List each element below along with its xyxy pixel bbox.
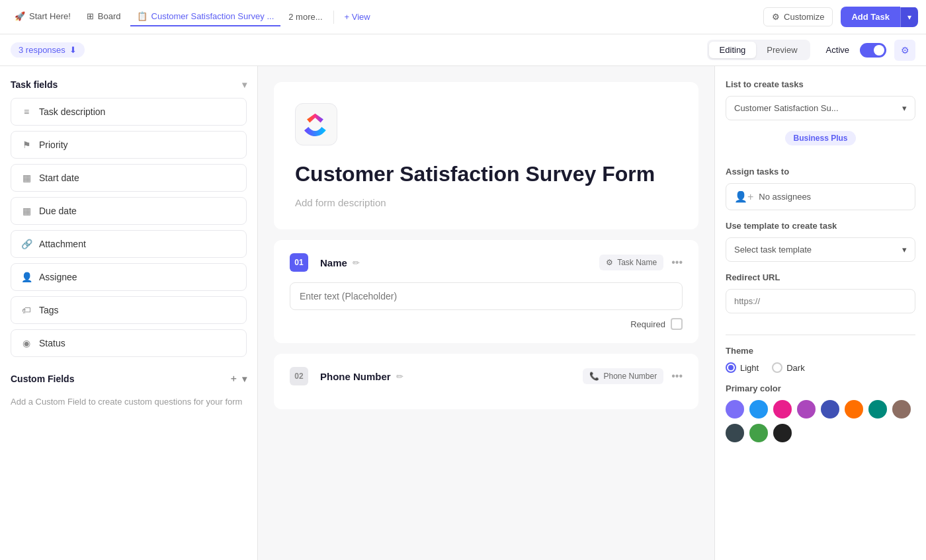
list-select-value: Customer Satisfaction Su... xyxy=(734,103,839,113)
theme-dark-radio[interactable] xyxy=(772,362,782,373)
required-checkbox-name[interactable] xyxy=(671,318,683,330)
field-type-label-name: Task Name xyxy=(617,258,657,267)
attachment-icon: 🔗 xyxy=(21,239,32,249)
template-label: Use template to create task xyxy=(726,221,915,231)
color-swatch-indigo[interactable] xyxy=(821,400,839,419)
right-sidebar: List to create tasks Customer Satisfacti… xyxy=(714,66,926,560)
field-edit-icon-name[interactable]: ✏ xyxy=(353,258,360,268)
preview-toggle[interactable]: Preview xyxy=(756,42,808,58)
field-item-start-date[interactable]: ▦ Start date xyxy=(11,164,247,192)
color-swatch-orange[interactable] xyxy=(845,400,863,419)
field-item-task-description[interactable]: ≡ Task description xyxy=(11,98,247,126)
field-name-row-name: 01 Name ✏ xyxy=(290,253,599,272)
custom-fields-title: Custom Fields xyxy=(11,374,74,384)
field-item-priority[interactable]: ⚑ Priority xyxy=(11,131,247,159)
edit-preview-toggle: Editing Preview xyxy=(707,40,810,60)
field-label-tags: Tags xyxy=(39,305,59,315)
template-select-chevron: ▾ xyxy=(902,245,907,255)
theme-light-radio[interactable] xyxy=(726,362,736,373)
assignee-row[interactable]: 👤+ No assignees xyxy=(726,183,915,210)
field-header-name: 01 Name ✏ ⚙ Task Name ••• xyxy=(290,253,683,272)
color-swatch-black[interactable] xyxy=(773,424,792,442)
field-label-attachment: Attachment xyxy=(39,239,86,249)
theme-row: Light Dark xyxy=(726,362,915,373)
field-item-assignee[interactable]: 👤 Assignee xyxy=(11,263,247,291)
status-icon: ◉ xyxy=(21,338,32,348)
custom-fields-header: Custom Fields ＋ ▾ xyxy=(11,362,247,393)
list-select-dropdown[interactable]: Customer Satisfaction Su... ▾ xyxy=(726,96,915,120)
board-icon: ⊞ xyxy=(87,11,94,21)
form-logo[interactable] xyxy=(295,103,337,145)
add-custom-field-icon[interactable]: ＋ xyxy=(229,373,238,385)
field-type-badge-phone[interactable]: 📞 Phone Number xyxy=(583,368,663,384)
add-task-main-button[interactable]: Add Task xyxy=(841,7,900,27)
nav-tab-survey-label: Customer Satisfaction Survey ... xyxy=(151,11,274,21)
color-swatch-pink[interactable] xyxy=(773,400,792,419)
color-swatch-violet[interactable] xyxy=(797,400,816,419)
collapse-icon[interactable]: ▾ xyxy=(242,79,247,90)
nav-tab-start-here-label: Start Here! xyxy=(29,11,71,21)
task-description-icon: ≡ xyxy=(21,106,32,117)
field-name-row-phone: 02 Phone Number ✏ xyxy=(290,367,583,385)
nav-tab-board-label: Board xyxy=(98,11,121,21)
theme-light-label: Light xyxy=(740,363,759,373)
customize-button[interactable]: ⚙ Customize xyxy=(763,7,833,26)
field-input-name[interactable] xyxy=(290,282,683,310)
editing-toggle[interactable]: Editing xyxy=(709,42,757,58)
top-nav: 🚀 Start Here! ⊞ Board 📋 Customer Satisfa… xyxy=(0,0,926,34)
field-number-phone: 02 xyxy=(290,367,308,385)
form-settings-icon: ⚙ xyxy=(901,45,909,56)
template-select-dropdown[interactable]: Select task template ▾ xyxy=(726,237,915,262)
nav-add-view[interactable]: + View xyxy=(339,8,376,26)
business-plus-badge: Business Plus xyxy=(785,131,855,145)
color-swatch-blue[interactable] xyxy=(749,400,768,419)
main-layout: Task fields ▾ ≡ Task description ⚑ Prior… xyxy=(0,66,926,560)
task-name-icon: ⚙ xyxy=(606,258,613,267)
field-item-due-date[interactable]: ▦ Due date xyxy=(11,197,247,225)
nav-tab-start-here[interactable]: 🚀 Start Here! xyxy=(8,7,77,26)
form-field-card-phone: 02 Phone Number ✏ 📞 Phone Number ••• xyxy=(274,354,698,409)
color-swatch-teal[interactable] xyxy=(868,400,887,419)
color-swatch-dark-grey[interactable] xyxy=(726,424,744,442)
divider-1 xyxy=(726,335,915,335)
field-item-status[interactable]: ◉ Status xyxy=(11,329,247,357)
custom-fields-actions[interactable]: ＋ ▾ xyxy=(229,373,247,385)
field-label-priority: Priority xyxy=(39,140,68,150)
add-task-dropdown-button[interactable]: ▾ xyxy=(900,7,918,27)
download-icon: ⬇ xyxy=(69,45,77,55)
active-toggle-switch[interactable] xyxy=(860,43,886,58)
field-item-tags[interactable]: 🏷 Tags xyxy=(11,296,247,324)
customize-label: Customize xyxy=(784,12,824,22)
nav-more[interactable]: 2 more... xyxy=(283,8,327,26)
redirect-input[interactable] xyxy=(726,289,915,313)
form-settings-button[interactable]: ⚙ xyxy=(894,40,915,61)
color-swatch-row xyxy=(726,400,915,442)
theme-dark-option[interactable]: Dark xyxy=(772,362,804,373)
field-type-badge-name[interactable]: ⚙ Task Name xyxy=(599,255,663,270)
custom-fields-collapse-icon[interactable]: ▾ xyxy=(242,374,247,384)
field-more-icon-phone[interactable]: ••• xyxy=(671,370,683,382)
responses-count: 3 responses xyxy=(19,45,65,55)
field-label-task-description: Task description xyxy=(39,106,105,117)
color-swatch-purple[interactable] xyxy=(726,400,744,419)
field-type-label-phone: Phone Number xyxy=(603,372,657,381)
start-here-icon: 🚀 xyxy=(15,11,25,21)
responses-badge[interactable]: 3 responses ⬇ xyxy=(11,42,85,58)
theme-dark-label: Dark xyxy=(786,363,804,373)
redirect-label: Redirect URL xyxy=(726,272,915,282)
field-item-attachment[interactable]: 🔗 Attachment xyxy=(11,230,247,258)
task-fields-header: Task fields ▾ xyxy=(11,77,247,98)
form-description[interactable]: Add form description xyxy=(295,197,677,208)
start-date-icon: ▦ xyxy=(21,173,32,183)
field-more-icon-name[interactable]: ••• xyxy=(671,257,683,268)
color-swatch-brown[interactable] xyxy=(892,400,911,419)
center-content: Customer Satisfaction Survey Form Add fo… xyxy=(258,66,714,560)
field-edit-icon-phone[interactable]: ✏ xyxy=(396,372,403,381)
assignee-icon: 👤 xyxy=(21,272,32,282)
add-task-button-group: Add Task ▾ xyxy=(841,7,918,27)
required-row-name: Required xyxy=(290,318,683,330)
theme-light-option[interactable]: Light xyxy=(726,362,759,373)
color-swatch-green[interactable] xyxy=(749,424,768,442)
nav-tab-survey[interactable]: 📋 Customer Satisfaction Survey ... xyxy=(130,7,281,26)
nav-tab-board[interactable]: ⊞ Board xyxy=(80,7,128,26)
